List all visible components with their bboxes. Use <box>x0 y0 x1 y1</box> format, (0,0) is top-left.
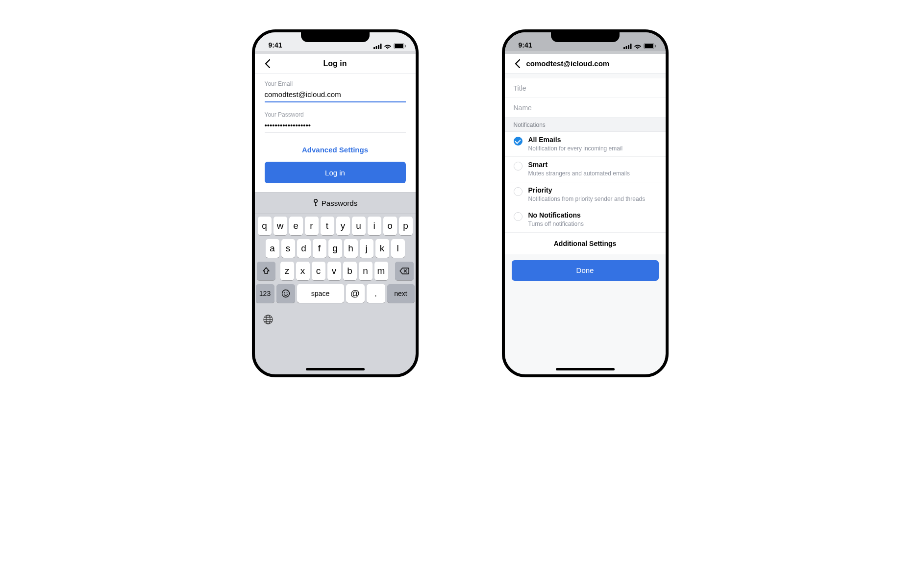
emoji-key[interactable] <box>276 284 295 303</box>
signal-icon <box>373 44 382 49</box>
dot-key[interactable]: . <box>367 284 385 303</box>
option-title: No Notifications <box>528 211 584 220</box>
option-title: Priority <box>528 186 646 195</box>
wifi-icon <box>634 44 642 49</box>
globe-icon[interactable] <box>263 314 274 325</box>
title-field[interactable]: Title <box>505 78 666 98</box>
option-subtitle: Mutes strangers and automated emails <box>528 170 630 178</box>
key-x[interactable]: x <box>296 262 310 280</box>
space-key[interactable]: space <box>297 284 344 303</box>
svg-rect-18 <box>628 45 629 49</box>
key-c[interactable]: c <box>312 262 325 280</box>
password-field[interactable] <box>265 121 406 133</box>
svg-rect-6 <box>405 45 406 48</box>
key-e[interactable]: e <box>289 217 303 235</box>
key-m[interactable]: m <box>374 262 388 280</box>
done-button[interactable]: Done <box>512 260 659 281</box>
notification-option[interactable]: PriorityNotifications from priority send… <box>505 182 666 207</box>
name-field[interactable]: Name <box>505 98 666 118</box>
key-g[interactable]: g <box>328 239 342 258</box>
keyboard: qwertyuiop asdfghjkl zxcvbnm 123 space @… <box>255 214 416 303</box>
notifications-header: Notifications <box>505 118 666 132</box>
key-w[interactable]: w <box>274 217 287 235</box>
notification-options: All EmailsNotification for every incomin… <box>505 132 666 233</box>
notification-option[interactable]: SmartMutes strangers and automated email… <box>505 157 666 182</box>
key-b[interactable]: b <box>343 262 357 280</box>
key-z[interactable]: z <box>280 262 294 280</box>
advanced-settings-link[interactable]: Advanced Settings <box>265 142 406 162</box>
chevron-left-icon <box>515 59 521 68</box>
back-button[interactable] <box>262 58 274 70</box>
svg-rect-16 <box>623 47 625 49</box>
option-title: All Emails <box>528 136 623 144</box>
phone-settings: 9:41 comodtest@icloud.com Title Name Not… <box>502 29 669 377</box>
battery-icon <box>644 43 656 49</box>
key-i[interactable]: i <box>368 217 381 235</box>
svg-rect-3 <box>380 44 381 49</box>
svg-point-7 <box>314 199 317 202</box>
svg-rect-8 <box>315 202 316 206</box>
option-title: Smart <box>528 161 630 169</box>
key-l[interactable]: l <box>391 239 405 258</box>
svg-point-12 <box>286 293 287 294</box>
svg-rect-1 <box>375 46 377 49</box>
login-form: Your Email Your Password Advanced Settin… <box>255 74 416 192</box>
svg-rect-17 <box>625 46 627 49</box>
svg-rect-9 <box>315 205 317 206</box>
numbers-key[interactable]: 123 <box>256 284 274 303</box>
backspace-key[interactable] <box>395 262 414 280</box>
key-y[interactable]: y <box>336 217 350 235</box>
notch <box>301 31 370 42</box>
nav-bar: Log in <box>255 51 416 74</box>
svg-rect-19 <box>630 44 631 49</box>
key-k[interactable]: k <box>375 239 389 258</box>
shift-key[interactable] <box>257 262 275 280</box>
wifi-icon <box>384 44 392 49</box>
signal-icon <box>623 44 632 49</box>
key-o[interactable]: o <box>383 217 397 235</box>
backspace-icon <box>399 268 409 274</box>
key-n[interactable]: n <box>359 262 373 280</box>
keyboard-row-2: asdfghjkl <box>257 239 414 258</box>
key-f[interactable]: f <box>313 239 326 258</box>
password-field-group: Your Password <box>265 111 406 133</box>
key-r[interactable]: r <box>305 217 319 235</box>
next-key[interactable]: next <box>387 284 415 303</box>
emoji-icon <box>281 289 290 298</box>
home-indicator <box>556 368 615 370</box>
keyboard-bottom-row <box>255 307 416 332</box>
key-s[interactable]: s <box>281 239 295 258</box>
notification-option[interactable]: No NotificationsTurns off notifications <box>505 207 666 232</box>
email-field[interactable] <box>265 90 406 102</box>
nav-title: comodtest@icloud.com <box>526 59 610 68</box>
svg-rect-5 <box>395 44 403 48</box>
key-j[interactable]: j <box>360 239 373 258</box>
notification-option[interactable]: All EmailsNotification for every incomin… <box>505 132 666 157</box>
option-subtitle: Turns off notifications <box>528 220 584 228</box>
email-field-group: Your Email <box>265 80 406 102</box>
key-q[interactable]: q <box>258 217 272 235</box>
done-area: Done <box>505 254 666 287</box>
key-p[interactable]: p <box>399 217 413 235</box>
at-key[interactable]: @ <box>346 284 365 303</box>
back-button[interactable] <box>512 58 523 70</box>
password-label: Your Password <box>265 111 406 118</box>
radio-unchecked-icon <box>514 212 522 221</box>
key-d[interactable]: d <box>297 239 311 258</box>
additional-settings-link[interactable]: Additional Settings <box>505 233 666 254</box>
nav-bar: comodtest@icloud.com <box>505 51 666 74</box>
svg-rect-0 <box>373 47 375 49</box>
shift-icon <box>262 267 270 275</box>
status-icons <box>373 43 406 49</box>
key-h[interactable]: h <box>344 239 358 258</box>
email-label: Your Email <box>265 80 406 87</box>
key-v[interactable]: v <box>327 262 341 280</box>
svg-rect-21 <box>645 44 653 48</box>
key-a[interactable]: a <box>266 239 279 258</box>
key-t[interactable]: t <box>321 217 334 235</box>
key-u[interactable]: u <box>352 217 366 235</box>
keyboard-suggestion-bar[interactable]: Passwords <box>255 192 416 214</box>
login-button[interactable]: Log in <box>265 162 406 183</box>
radio-unchecked-icon <box>514 187 522 196</box>
option-subtitle: Notification for every incoming email <box>528 145 623 153</box>
